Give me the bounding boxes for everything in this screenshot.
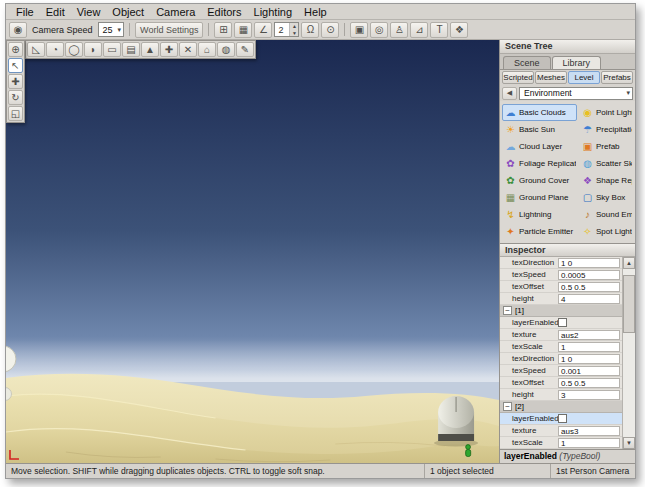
player-marker[interactable] bbox=[466, 445, 471, 457]
subtab-level[interactable]: Level bbox=[568, 71, 600, 84]
property-value-field[interactable]: 1 0 bbox=[558, 258, 620, 268]
subtab-prefabs[interactable]: Prefabs bbox=[601, 71, 633, 84]
spinner-down-icon[interactable]: ▼ bbox=[290, 30, 298, 37]
terrain-tool-button[interactable]: ▲ bbox=[141, 42, 159, 57]
inspector-group-row[interactable]: − [1] bbox=[500, 305, 622, 317]
inspector-row[interactable]: layerEnabled bbox=[500, 317, 622, 329]
drop-origin-button[interactable]: ▣ bbox=[350, 22, 368, 38]
library-item-foliage-replicator[interactable]: ✿ Foliage Replicator bbox=[502, 155, 577, 172]
ruler-tool-button[interactable]: ◺ bbox=[27, 42, 45, 57]
back-button[interactable]: ◀ bbox=[502, 87, 517, 100]
inspector-row[interactable]: texDirection 1 0 bbox=[500, 353, 622, 365]
scroll-up-icon[interactable]: ▲ bbox=[623, 257, 635, 269]
library-item-point-light[interactable]: ◉ Point Light bbox=[579, 104, 633, 121]
soft-snap-button[interactable]: Ω bbox=[301, 22, 319, 38]
inspector-row-selected[interactable]: layerEnabled bbox=[500, 413, 622, 425]
spinner-buttons[interactable]: ▲ ▼ bbox=[289, 23, 298, 36]
circle-tool-button[interactable]: ◯ bbox=[65, 42, 83, 57]
menu-file[interactable]: File bbox=[10, 6, 40, 18]
snap-terrain-button[interactable]: ▦ bbox=[234, 22, 252, 38]
camera-menu-button[interactable]: ◉ bbox=[9, 22, 27, 38]
brand-button[interactable]: ❖ bbox=[450, 22, 468, 38]
property-value-field[interactable]: 3 bbox=[558, 390, 620, 400]
inspector-row[interactable]: texOffset 0.5 0.5 bbox=[500, 377, 622, 389]
select-tool-button[interactable]: ↖ bbox=[8, 58, 23, 73]
category-dropdown[interactable]: Environment ▾ bbox=[519, 87, 633, 100]
scrollbar-thumb[interactable] bbox=[623, 275, 635, 333]
rotate-tool-button[interactable]: ↻ bbox=[8, 90, 23, 105]
library-item-particle-emitter[interactable]: ✦ Particle Emitter bbox=[502, 223, 577, 240]
library-item-precipitation[interactable]: ☂ Precipitatio bbox=[579, 121, 633, 138]
menu-help[interactable]: Help bbox=[298, 6, 333, 18]
home-tool-button[interactable]: ⌂ bbox=[198, 42, 216, 57]
inspector-row[interactable]: texSpeed 0.0005 bbox=[500, 269, 622, 281]
property-value-field[interactable]: 1 bbox=[558, 438, 620, 448]
property-value-field[interactable]: 1 0 bbox=[558, 354, 620, 364]
scale-tool-button[interactable]: ◱ bbox=[8, 106, 23, 121]
inspector-row[interactable]: texture aus2 bbox=[500, 329, 622, 341]
menu-editors[interactable]: Editors bbox=[201, 6, 247, 18]
angle-snap-button[interactable]: ∠ bbox=[254, 22, 272, 38]
property-value-field[interactable]: 0.5 0.5 bbox=[558, 282, 620, 292]
menu-view[interactable]: View bbox=[71, 6, 107, 18]
halfcircle-tool-button[interactable]: ◗ bbox=[84, 42, 102, 57]
property-value-field[interactable]: aus2 bbox=[558, 330, 620, 340]
library-item-sky-box[interactable]: ▢ Sky Box bbox=[579, 189, 633, 206]
measure-button[interactable]: ⊿ bbox=[410, 22, 428, 38]
collapse-icon[interactable]: − bbox=[503, 402, 512, 411]
inspector-group-row[interactable]: − [2] bbox=[500, 401, 622, 413]
inspector-row[interactable]: texDirection 1 0 bbox=[500, 257, 622, 269]
library-item-prefab[interactable]: ▣ Prefab bbox=[579, 138, 633, 155]
camera-speed-dropdown[interactable]: 25 ▾ bbox=[98, 22, 125, 37]
tab-library[interactable]: Library bbox=[552, 56, 602, 69]
scroll-down-icon[interactable]: ▼ bbox=[623, 437, 635, 449]
box-tool-button[interactable]: ▭ bbox=[103, 42, 121, 57]
move-tool-button[interactable]: ✚ bbox=[8, 74, 23, 89]
tab-scene[interactable]: Scene bbox=[503, 56, 551, 69]
library-item-scatter-sky[interactable]: ◍ Scatter Sk bbox=[579, 155, 633, 172]
delete-tool-button[interactable]: ✕ bbox=[179, 42, 197, 57]
property-value-field[interactable]: 0.001 bbox=[558, 366, 620, 376]
library-item-ground-cover[interactable]: ✿ Ground Cover bbox=[502, 172, 577, 189]
property-value-field[interactable]: 1 bbox=[558, 342, 620, 352]
viewport-3d[interactable]: ◺ ◔ ◯ ◗ ▭ ▤ ▲ ✚ ✕ ⌂ ◍ ✎ ⊕ ↖ ✚ ↻ ◱ bbox=[6, 40, 499, 463]
menu-edit[interactable]: Edit bbox=[40, 6, 71, 18]
subtab-meshes[interactable]: Meshes bbox=[535, 71, 567, 84]
object-snap-button[interactable]: ⊙ bbox=[321, 22, 339, 38]
library-item-basic-sun[interactable]: ☀ Basic Sun bbox=[502, 121, 577, 138]
property-value-field[interactable]: 0.0005 bbox=[558, 270, 620, 280]
property-value-field[interactable]: aus3 bbox=[558, 426, 620, 436]
status-camera[interactable]: 1st Person Camera bbox=[551, 464, 635, 478]
inspector-row[interactable]: texOffset 0.5 0.5 bbox=[500, 281, 622, 293]
pencil-tool-button[interactable]: ✎ bbox=[236, 42, 254, 57]
layer-enabled-checkbox[interactable] bbox=[558, 414, 567, 423]
drop-camera-button[interactable]: ◎ bbox=[370, 22, 388, 38]
sheet-tool-button[interactable]: ▤ bbox=[122, 42, 140, 57]
library-item-cloud-layer[interactable]: ☁ Cloud Layer bbox=[502, 138, 577, 155]
menu-lighting[interactable]: Lighting bbox=[248, 6, 299, 18]
inspector-row[interactable]: texture aus3 bbox=[500, 425, 622, 437]
menu-camera[interactable]: Camera bbox=[150, 6, 201, 18]
inspector-row[interactable]: texScale 1 bbox=[500, 341, 622, 353]
menu-object[interactable]: Object bbox=[106, 6, 150, 18]
library-item-shape-replicator[interactable]: ❖ Shape Rep bbox=[579, 172, 633, 189]
text-tool-button[interactable]: T bbox=[430, 22, 448, 38]
library-item-lightning[interactable]: ↯ Lightning bbox=[502, 206, 577, 223]
move-all-tool-button[interactable]: ✚ bbox=[160, 42, 178, 57]
snap-size-spinner[interactable]: 2 ▲ ▼ bbox=[274, 22, 299, 37]
orbit-tool-button[interactable]: ⊕ bbox=[8, 42, 23, 57]
inspector-row[interactable]: height 4 bbox=[500, 293, 622, 305]
snap-grid-button[interactable]: ⊞ bbox=[214, 22, 232, 38]
layer-enabled-checkbox[interactable] bbox=[558, 318, 567, 327]
inspector-scrollbar[interactable]: ▲ ▼ bbox=[622, 257, 635, 449]
inspector-row[interactable]: texScale 1 bbox=[500, 437, 622, 449]
inspector-row[interactable]: texSpeed 0.001 bbox=[500, 365, 622, 377]
property-value-field[interactable]: 4 bbox=[558, 294, 620, 304]
collapse-icon[interactable]: − bbox=[503, 306, 512, 315]
library-item-ground-plane[interactable]: ▦ Ground Plane bbox=[502, 189, 577, 206]
protractor-tool-button[interactable]: ◔ bbox=[46, 42, 64, 57]
library-item-sound-emitter[interactable]: ♪ Sound Emi bbox=[579, 206, 633, 223]
player-drop-button[interactable]: ♙ bbox=[390, 22, 408, 38]
world-settings-button[interactable]: World Settings bbox=[135, 22, 203, 38]
subtab-scripted[interactable]: Scripted bbox=[502, 71, 534, 84]
